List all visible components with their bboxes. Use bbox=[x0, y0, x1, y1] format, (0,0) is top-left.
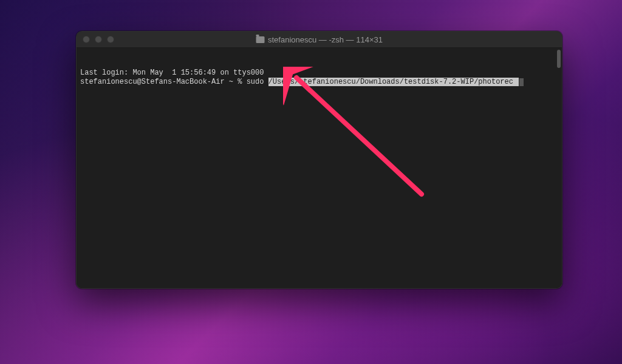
maximize-button[interactable] bbox=[107, 36, 114, 43]
prompt: stefanionescu@Stefans-MacBook-Air ~ % bbox=[80, 78, 247, 86]
cursor bbox=[519, 78, 524, 86]
title-bar[interactable]: stefanionescu — -zsh — 114×31 bbox=[77, 32, 562, 48]
close-button[interactable] bbox=[83, 36, 90, 43]
last-login-line: Last login: Mon May 1 15:56:49 on ttys00… bbox=[80, 69, 558, 78]
folder-icon bbox=[256, 36, 264, 43]
command-sudo: sudo bbox=[247, 78, 268, 86]
traffic-lights bbox=[83, 36, 114, 43]
highlighted-path[interactable]: /Users/stefanionescu/Downloads/testdisk-… bbox=[268, 78, 519, 86]
terminal-body[interactable]: Last login: Mon May 1 15:56:49 on ttys00… bbox=[77, 48, 562, 288]
minimize-button[interactable] bbox=[95, 36, 102, 43]
window-title-container: stefanionescu — -zsh — 114×31 bbox=[256, 35, 383, 44]
window-title: stefanionescu — -zsh — 114×31 bbox=[268, 35, 383, 44]
terminal-window: stefanionescu — -zsh — 114×31 Last login… bbox=[76, 31, 562, 289]
